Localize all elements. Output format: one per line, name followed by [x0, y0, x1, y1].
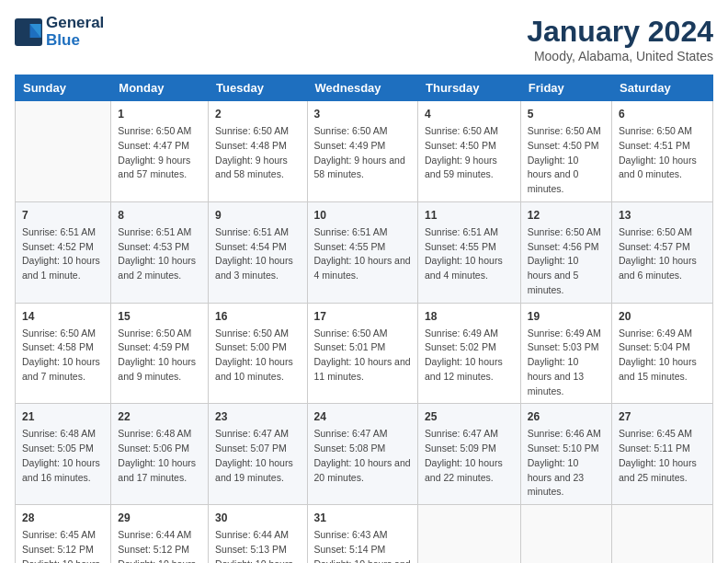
page-header: General Blue January 2024 Moody, Alabama… — [15, 15, 713, 63]
daylight-text: Daylight: 10 hours and 31 minutes. — [314, 557, 411, 564]
calendar-cell: 16Sunrise: 6:50 AMSunset: 5:00 PMDayligh… — [209, 303, 307, 404]
sunset-text: Sunset: 5:02 PM — [425, 340, 514, 355]
sunset-text: Sunset: 4:50 PM — [528, 139, 605, 154]
calendar-cell: 6Sunrise: 6:50 AMSunset: 4:51 PMDaylight… — [612, 101, 713, 202]
daylight-text: Daylight: 9 hours and 57 minutes. — [118, 154, 201, 183]
header-row: SundayMondayTuesdayWednesdayThursdayFrid… — [16, 75, 713, 101]
calendar-subtitle: Moody, Alabama, United States — [527, 49, 713, 63]
sunrise-text: Sunrise: 6:50 AM — [528, 225, 605, 240]
day-number: 20 — [619, 308, 706, 325]
sunrise-text: Sunrise: 6:50 AM — [118, 327, 201, 341]
sunset-text: Sunset: 5:08 PM — [314, 442, 411, 456]
daylight-text: Daylight: 10 hours and 2 minutes. — [118, 254, 201, 283]
sunrise-text: Sunrise: 6:49 AM — [528, 327, 605, 341]
day-number: 4 — [425, 106, 514, 122]
day-number: 11 — [425, 207, 514, 224]
daylight-text: Daylight: 10 hours and 15 minutes. — [619, 355, 706, 385]
daylight-text: Daylight: 10 hours and 11 minutes. — [314, 355, 411, 385]
sunset-text: Sunset: 4:51 PM — [619, 139, 706, 154]
day-number: 23 — [215, 408, 300, 425]
sunset-text: Sunset: 5:09 PM — [425, 442, 514, 456]
sunrise-text: Sunrise: 6:50 AM — [619, 124, 706, 139]
daylight-text: Daylight: 10 hours and 29 minutes. — [215, 557, 300, 564]
day-number: 16 — [215, 308, 300, 325]
day-number: 14 — [22, 308, 104, 325]
calendar-cell: 1Sunrise: 6:50 AMSunset: 4:47 PMDaylight… — [111, 101, 209, 202]
day-number: 25 — [425, 408, 514, 425]
calendar-cell: 21Sunrise: 6:48 AMSunset: 5:05 PMDayligh… — [16, 404, 111, 505]
calendar-header-right: January 2024 Moody, Alabama, United Stat… — [527, 15, 713, 63]
day-number: 24 — [314, 408, 411, 425]
daylight-text: Daylight: 10 hours and 20 minutes. — [314, 456, 411, 486]
header-day-sunday: Sunday — [16, 75, 111, 101]
header-day-monday: Monday — [111, 75, 209, 101]
day-number: 13 — [619, 207, 706, 224]
daylight-text: Daylight: 9 hours and 58 minutes. — [215, 154, 300, 183]
daylight-text: Daylight: 9 hours and 58 minutes. — [314, 154, 411, 183]
sunrise-text: Sunrise: 6:51 AM — [314, 225, 411, 240]
day-number: 3 — [314, 106, 411, 122]
day-number: 30 — [215, 510, 300, 526]
sunrise-text: Sunrise: 6:47 AM — [314, 427, 411, 442]
sunrise-text: Sunrise: 6:45 AM — [619, 427, 706, 442]
week-row-5: 28Sunrise: 6:45 AMSunset: 5:12 PMDayligh… — [16, 505, 713, 564]
sunrise-text: Sunrise: 6:50 AM — [425, 124, 514, 139]
day-number: 17 — [314, 308, 411, 325]
daylight-text: Daylight: 10 hours and 5 minutes. — [528, 254, 605, 297]
calendar-cell: 24Sunrise: 6:47 AMSunset: 5:08 PMDayligh… — [307, 404, 417, 505]
calendar-cell: 12Sunrise: 6:50 AMSunset: 4:56 PMDayligh… — [520, 201, 611, 303]
daylight-text: Daylight: 10 hours and 10 minutes. — [215, 355, 300, 385]
sunset-text: Sunset: 4:57 PM — [619, 240, 706, 255]
day-number: 27 — [619, 408, 706, 425]
daylight-text: Daylight: 10 hours and 23 minutes. — [528, 456, 605, 500]
calendar-cell: 27Sunrise: 6:45 AMSunset: 5:11 PMDayligh… — [612, 404, 713, 505]
sunset-text: Sunset: 4:47 PM — [118, 139, 201, 154]
calendar-title: January 2024 — [527, 15, 713, 49]
calendar-cell: 22Sunrise: 6:48 AMSunset: 5:06 PMDayligh… — [111, 404, 209, 505]
day-number: 28 — [22, 510, 104, 526]
day-number: 21 — [22, 408, 104, 425]
calendar-cell — [16, 101, 111, 202]
day-number: 10 — [314, 207, 411, 224]
header-day-tuesday: Tuesday — [209, 75, 307, 101]
calendar-cell: 28Sunrise: 6:45 AMSunset: 5:12 PMDayligh… — [16, 505, 111, 564]
daylight-text: Daylight: 10 hours and 28 minutes. — [118, 557, 201, 564]
calendar-cell: 3Sunrise: 6:50 AMSunset: 4:49 PMDaylight… — [307, 101, 417, 202]
header-day-friday: Friday — [520, 75, 611, 101]
day-number: 1 — [118, 106, 201, 122]
sunset-text: Sunset: 4:50 PM — [425, 139, 514, 154]
daylight-text: Daylight: 10 hours and 22 minutes. — [425, 456, 514, 486]
daylight-text: Daylight: 10 hours and 0 minutes. — [619, 154, 706, 183]
day-number: 26 — [528, 408, 605, 425]
week-row-1: 1Sunrise: 6:50 AMSunset: 4:47 PMDaylight… — [16, 101, 713, 202]
header-day-wednesday: Wednesday — [307, 75, 417, 101]
sunset-text: Sunset: 4:52 PM — [22, 240, 104, 255]
calendar-cell: 20Sunrise: 6:49 AMSunset: 5:04 PMDayligh… — [612, 303, 713, 404]
sunset-text: Sunset: 5:07 PM — [215, 442, 300, 456]
calendar-cell: 4Sunrise: 6:50 AMSunset: 4:50 PMDaylight… — [418, 101, 521, 202]
calendar-cell: 11Sunrise: 6:51 AMSunset: 4:55 PMDayligh… — [418, 201, 521, 303]
sunrise-text: Sunrise: 6:47 AM — [215, 427, 300, 442]
daylight-text: Daylight: 10 hours and 6 minutes. — [619, 254, 706, 283]
sunrise-text: Sunrise: 6:43 AM — [314, 528, 411, 543]
calendar-cell: 14Sunrise: 6:50 AMSunset: 4:58 PMDayligh… — [16, 303, 111, 404]
calendar-cell: 5Sunrise: 6:50 AMSunset: 4:50 PMDaylight… — [520, 101, 611, 202]
sunset-text: Sunset: 4:59 PM — [118, 340, 201, 355]
daylight-text: Daylight: 9 hours and 59 minutes. — [425, 154, 514, 183]
sunset-text: Sunset: 4:55 PM — [314, 240, 411, 255]
sunset-text: Sunset: 5:06 PM — [118, 442, 201, 456]
week-row-4: 21Sunrise: 6:48 AMSunset: 5:05 PMDayligh… — [16, 404, 713, 505]
calendar-cell: 15Sunrise: 6:50 AMSunset: 4:59 PMDayligh… — [111, 303, 209, 404]
daylight-text: Daylight: 10 hours and 12 minutes. — [425, 355, 514, 385]
sunrise-text: Sunrise: 6:51 AM — [215, 225, 300, 240]
sunset-text: Sunset: 4:55 PM — [425, 240, 514, 255]
sunrise-text: Sunrise: 6:50 AM — [314, 124, 411, 139]
calendar-cell: 19Sunrise: 6:49 AMSunset: 5:03 PMDayligh… — [520, 303, 611, 404]
day-number: 8 — [118, 207, 201, 224]
sunset-text: Sunset: 5:12 PM — [118, 543, 201, 557]
sunrise-text: Sunrise: 6:50 AM — [314, 327, 411, 341]
sunrise-text: Sunrise: 6:51 AM — [425, 225, 514, 240]
sunrise-text: Sunrise: 6:50 AM — [528, 124, 605, 139]
sunrise-text: Sunrise: 6:49 AM — [619, 327, 706, 341]
calendar-cell: 29Sunrise: 6:44 AMSunset: 5:12 PMDayligh… — [111, 505, 209, 564]
